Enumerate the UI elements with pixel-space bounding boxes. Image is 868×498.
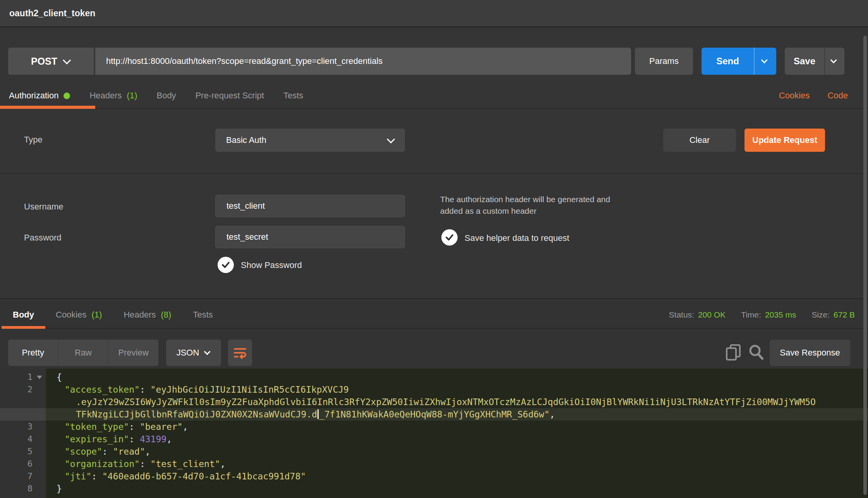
password-label: Password <box>24 233 62 243</box>
line-number: 5 <box>0 445 46 458</box>
response-body-editor[interactable]: 1{2"access_token": "eyJhbGciOiJIUzI1NiIs… <box>0 369 868 498</box>
size-label: Size: <box>811 310 830 319</box>
preview-view-button[interactable]: Preview <box>108 340 158 366</box>
tab-count: (1) <box>91 310 102 320</box>
size-badge: Size: 672 B <box>811 310 855 319</box>
code-line: 8} <box>0 483 868 495</box>
send-options-button[interactable] <box>755 48 776 75</box>
auth-type-dropdown[interactable]: Basic Auth <box>215 129 405 152</box>
tab-response-headers[interactable]: Headers (8) <box>124 310 171 320</box>
code-line: .eyJzY29wZSI6WyJyZWFkIl0sIm9yZ2FuaXphdGl… <box>0 396 868 408</box>
rest-client-app: oauth2_client_token POST Params Send Sav… <box>0 0 868 498</box>
line-number: 4 <box>0 433 46 445</box>
tab-count: (1) <box>127 91 137 101</box>
tab-body[interactable]: Body <box>156 91 176 101</box>
code-line: 6"organization": "test_client", <box>0 458 868 470</box>
code-text: .eyJzY29wZSI6WyJyZWFkIl0sIm9yZ2FuaXphdGl… <box>46 396 868 408</box>
code-text: { <box>46 371 868 383</box>
code-line: 5"scope": "read", <box>0 445 868 458</box>
code-text: "jti": "460eadd6-b657-4d70-a1cf-41bcac99… <box>46 470 868 483</box>
raw-view-button[interactable]: Raw <box>58 340 108 366</box>
titlebar: oauth2_client_token <box>0 0 868 27</box>
code-line: 4"expires_in": 43199, <box>0 433 868 445</box>
divider <box>0 173 868 174</box>
line-number: 6 <box>0 458 46 470</box>
tab-label: Headers <box>124 310 156 320</box>
vertical-scrollbar[interactable] <box>863 36 867 495</box>
word-wrap-button[interactable] <box>228 340 252 366</box>
code-text: "scope": "read", <box>46 445 868 458</box>
text-cursor <box>317 409 319 419</box>
auth-set-dot-icon <box>63 93 70 99</box>
tab-label: Tests <box>193 310 213 320</box>
fold-caret-icon[interactable] <box>37 376 42 379</box>
code-text: TFkNzgiLCJjbGllbnRfaWQiOiJ0ZXN0X2NsaWVud… <box>46 408 868 421</box>
response-tabs: Body Cookies (1) Headers (8) Tests Statu… <box>0 299 868 329</box>
code-text: "expires_in": 43199, <box>46 433 868 445</box>
tab-response-body[interactable]: Body <box>13 310 34 320</box>
tab-response-tests[interactable]: Tests <box>193 310 213 320</box>
chevron-down-icon <box>204 349 211 355</box>
cookies-link[interactable]: Cookies <box>779 91 810 101</box>
username-label: Username <box>24 202 63 212</box>
request-tabs: Authorization Headers (1) Body Pre-reque… <box>0 83 868 109</box>
tab-headers[interactable]: Headers (1) <box>89 91 137 101</box>
tab-label: Body <box>156 91 176 101</box>
auth-type-value: Basic Auth <box>226 135 266 145</box>
copy-response-button[interactable] <box>724 343 743 363</box>
line-number: 8 <box>0 483 46 495</box>
search-response-button[interactable] <box>746 343 766 363</box>
request-builder: POST Params Send Save Authorization <box>0 28 868 298</box>
method-dropdown[interactable]: POST <box>8 48 94 75</box>
status-badge: Status: 200 OK <box>669 310 726 319</box>
code-text: "organization": "test_client", <box>46 458 868 470</box>
line-number <box>0 396 46 408</box>
url-input[interactable] <box>106 56 620 66</box>
chevron-down-icon <box>761 57 768 64</box>
update-request-button[interactable]: Update Request <box>744 129 825 152</box>
method-label: POST <box>31 56 57 67</box>
time-badge: Time: 2035 ms <box>741 310 796 319</box>
format-dropdown[interactable]: JSON <box>166 340 221 366</box>
tab-label: Cookies <box>56 310 86 320</box>
time-label: Time: <box>741 310 761 319</box>
code-line: 2"access_token": "eyJhbGciOiJIUzI1NiIsIn… <box>0 383 868 396</box>
save-options-button[interactable] <box>825 48 844 75</box>
tab-prerequest-script[interactable]: Pre-request Script <box>196 91 264 101</box>
code-text: "token_type": "bearer", <box>46 421 868 433</box>
clear-button[interactable]: Clear <box>663 129 736 152</box>
line-number[interactable]: 1 <box>0 371 46 383</box>
username-field[interactable] <box>215 195 405 217</box>
chevron-down-icon <box>830 57 837 64</box>
tab-tests[interactable]: Tests <box>283 91 303 101</box>
params-button[interactable]: Params <box>635 48 693 75</box>
tab-label: Pre-request Script <box>196 91 264 101</box>
code-text: "access_token": "eyJhbGciOiJIUzI1NiIsInR… <box>46 383 868 396</box>
tab-label: Tests <box>283 91 303 101</box>
chevron-down-icon <box>63 56 71 64</box>
code-link[interactable]: Code <box>827 91 848 101</box>
show-password-checkbox[interactable] <box>218 257 234 273</box>
request-links: Cookies Code <box>779 91 868 101</box>
type-label: Type <box>24 135 43 145</box>
tab-response-cookies[interactable]: Cookies (1) <box>56 310 102 320</box>
tab-label: Body <box>13 310 34 320</box>
format-value: JSON <box>177 348 199 358</box>
send-button[interactable]: Send <box>702 48 755 75</box>
line-number <box>0 408 46 421</box>
response-meta: Status: 200 OK Time: 2035 ms Size: 672 B <box>669 310 868 319</box>
code-line: 3"token_type": "bearer", <box>0 421 868 433</box>
view-mode-switch: Pretty Raw Preview <box>8 340 158 366</box>
save-button[interactable]: Save <box>785 48 825 75</box>
tab-authorization[interactable]: Authorization <box>9 91 70 101</box>
tab-label: Headers <box>89 91 122 101</box>
tab-label: Authorization <box>9 91 58 101</box>
code-text: } <box>46 483 868 495</box>
copy-icon <box>725 343 741 361</box>
password-field[interactable] <box>215 226 405 248</box>
auth-helper-note: The authorization header will be generat… <box>440 194 630 217</box>
show-password-label: Show Password <box>241 260 302 270</box>
pretty-view-button[interactable]: Pretty <box>8 340 58 366</box>
save-helper-checkbox[interactable] <box>441 229 458 246</box>
save-response-button[interactable]: Save Response <box>770 340 850 366</box>
